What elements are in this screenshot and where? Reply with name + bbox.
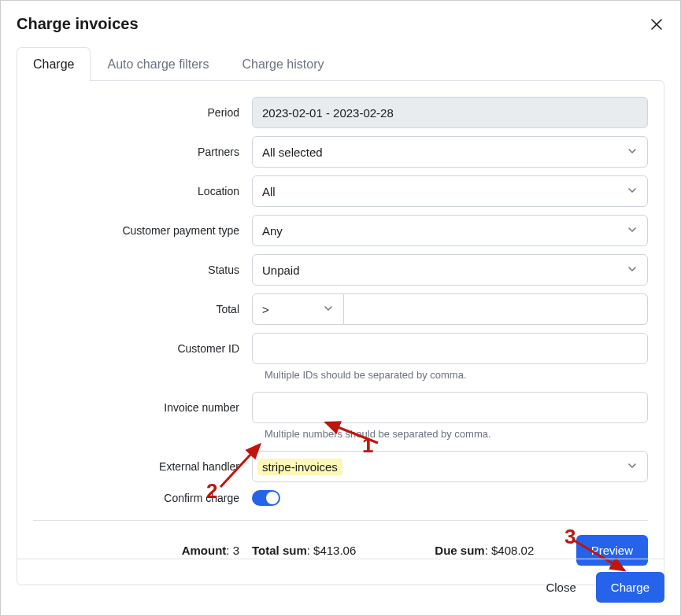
total-label: Total (33, 303, 252, 315)
location-value: All (262, 185, 276, 198)
chevron-down-icon (627, 146, 638, 159)
payment-type-label: Customer payment type (33, 224, 252, 237)
annotation-number-3: 3 (564, 525, 576, 549)
due-sum-value: $408.02 (491, 544, 534, 557)
period-label: Period (33, 106, 252, 119)
annotation-number-2: 2 (206, 479, 217, 503)
location-select[interactable]: All (252, 175, 648, 207)
partners-value: All selected (262, 146, 323, 159)
total-operator-value: > (262, 303, 269, 316)
external-handler-select[interactable]: stripe-invoices (252, 451, 648, 482)
tab-auto-charge-filters[interactable]: Auto charge filters (91, 47, 225, 81)
period-field[interactable]: 2023-02-01 - 2023-02-28 (252, 97, 648, 128)
total-sum-label: Total sum (252, 544, 307, 557)
invoice-number-hint: Multiple numbers should be separated by … (265, 428, 648, 440)
external-handler-value: stripe-invoices (257, 459, 342, 475)
amount-value: 3 (233, 544, 239, 557)
location-label: Location (33, 185, 252, 197)
modal-title: Charge invoices (17, 15, 139, 33)
close-icon[interactable] (649, 17, 664, 32)
payment-type-value: Any (262, 224, 283, 238)
customer-id-label: Customer ID (33, 342, 252, 355)
modal-footer: Close Charge (17, 559, 664, 603)
external-handler-label: External handler (33, 460, 252, 473)
status-value: Unpaid (262, 264, 300, 277)
tabs: Charge Auto charge filters Charge histor… (17, 47, 664, 81)
status-select[interactable]: Unpaid (252, 254, 648, 286)
status-label: Status (33, 264, 252, 276)
charge-panel: Period 2023-02-01 - 2023-02-28 Partners … (17, 80, 664, 585)
charge-invoices-modal: Charge invoices Charge Auto charge filte… (0, 0, 681, 616)
charge-button[interactable]: Charge (596, 572, 664, 603)
modal-header: Charge invoices (17, 1, 664, 47)
confirm-charge-toggle[interactable] (252, 490, 280, 506)
customer-id-input[interactable] (252, 333, 648, 364)
annotation-number-1: 1 (362, 433, 373, 458)
chevron-down-icon (627, 185, 638, 198)
confirm-charge-label: Confirm charge (33, 492, 252, 504)
chevron-down-icon (627, 460, 638, 474)
due-sum-label: Due sum (435, 544, 484, 557)
invoice-number-label: Invoice number (33, 401, 252, 414)
close-button[interactable]: Close (531, 572, 590, 603)
partners-select[interactable]: All selected (252, 136, 648, 168)
total-value-input[interactable] (344, 293, 648, 325)
total-operator-select[interactable]: > (252, 293, 344, 325)
chevron-down-icon (323, 303, 334, 316)
chevron-down-icon (627, 224, 638, 238)
tab-charge-history[interactable]: Charge history (225, 47, 340, 81)
amount-label: Amount (182, 544, 227, 557)
payment-type-select[interactable]: Any (252, 215, 648, 246)
invoice-number-input[interactable] (252, 392, 648, 423)
total-sum-value: $413.06 (313, 544, 356, 557)
tab-charge[interactable]: Charge (17, 47, 91, 81)
customer-id-hint: Multiple IDs should be separated by comm… (265, 369, 648, 381)
chevron-down-icon (627, 264, 638, 277)
partners-label: Partners (33, 146, 252, 158)
